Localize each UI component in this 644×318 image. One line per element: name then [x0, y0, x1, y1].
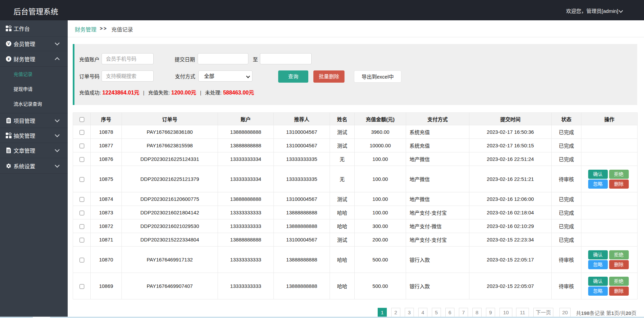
- svg-text:V: V: [7, 42, 10, 46]
- svg-text:¥: ¥: [7, 57, 10, 61]
